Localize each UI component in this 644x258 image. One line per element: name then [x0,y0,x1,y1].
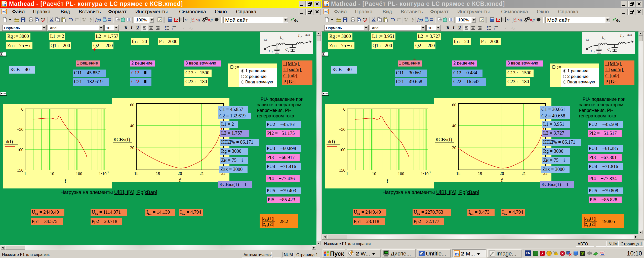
svg-text:α: α [530,18,532,22]
svg-text:f: f [179,177,181,182]
svg-text:вых: вых [305,33,310,37]
svg-text:B: B [447,26,449,30]
svg-text:m: m [3,10,6,14]
svg-text:m: m [325,10,328,14]
svg-text:dx: dx [514,20,517,22]
svg-text:U: U [458,26,461,29]
svg-text:B: B [125,26,127,30]
svg-text:m: m [455,251,459,256]
svg-text:x: x [511,25,513,29]
svg-text:m: m [2,2,6,7]
svg-text:d(f): d(f) [6,139,13,144]
svg-text:d(f): d(f) [328,139,335,144]
svg-text:21: 21 [200,171,204,176]
svg-text:Go: Go [616,19,620,22]
svg-text:1·10: 1·10 [99,171,106,176]
svg-text:C: C [285,48,288,51]
svg-text:∫: ∫ [512,17,514,22]
svg-text:−100: −100 [15,147,23,152]
svg-text:I: I [453,26,455,30]
svg-text:0: 0 [343,107,346,112]
svg-text:1: 1 [604,37,606,40]
svg-text:2: 2 [172,28,173,30]
svg-text:?: ? [481,18,483,22]
svg-text:x: x [189,25,191,29]
svg-text:f: f [501,177,503,182]
svg-text:L: L [298,34,300,38]
svg-text:?: ? [159,18,161,22]
svg-text:10: 10 [372,171,376,176]
svg-text:β: β [532,18,535,22]
svg-text:ABC: ABC [41,17,46,20]
svg-text:dx: dx [192,20,195,22]
svg-text:100: 100 [76,171,82,176]
svg-text:−100: −100 [337,147,345,152]
svg-text:∫: ∫ [190,17,192,22]
svg-text:1: 1 [24,171,26,176]
svg-text:20: 20 [452,145,456,150]
svg-text:f: f [387,178,388,184]
svg-text:10: 10 [50,171,54,176]
svg-text:Go: Go [294,19,298,22]
svg-text:f(x): f(x) [417,18,423,22]
svg-text:1·10: 1·10 [421,171,428,176]
svg-text:0: 0 [21,107,24,112]
svg-text:КСВv(f): КСВv(f) [113,137,130,142]
svg-text:60: 60 [452,103,456,107]
svg-text:20: 20 [130,145,134,150]
svg-text:x=: x= [185,18,188,21]
svg-text:C: C [607,48,610,51]
svg-text:2: 2 [191,28,193,30]
svg-text:вх: вх [264,38,267,41]
svg-text:L: L [620,34,622,38]
svg-text:C: C [591,49,593,53]
svg-text:f: f [65,178,66,184]
svg-text:L: L [280,36,282,39]
svg-text:2: 2 [622,36,624,39]
svg-text:3: 3 [429,170,431,174]
svg-text:x=: x= [507,18,510,21]
svg-text:КСВv(f): КСВv(f) [435,137,452,142]
svg-text:2: 2 [610,49,611,52]
svg-text:вх: вх [586,38,589,41]
svg-text:−50: −50 [17,127,23,132]
svg-text:40: 40 [452,123,456,128]
svg-text:1: 1 [282,37,284,40]
svg-text:≥: ≥ [520,18,522,22]
svg-text:L: L [602,36,604,39]
svg-text:ABC: ABC [363,17,368,20]
svg-text:I: I [131,26,133,30]
svg-text:x²: x² [504,26,507,30]
svg-text:19: 19 [478,171,482,176]
svg-text:18: 18 [456,171,461,176]
svg-text:60: 60 [130,103,134,107]
svg-text:1: 1 [172,26,173,27]
svg-text:вых: вых [627,33,632,37]
svg-text:18: 18 [134,171,139,176]
svg-text:β: β [210,18,213,22]
svg-text:m: m [324,2,328,7]
svg-text:−150: −150 [337,168,345,173]
svg-text:U: U [136,26,139,29]
svg-text:≥: ≥ [198,18,200,22]
svg-text:α: α [208,18,210,22]
svg-text:C: C [269,49,271,53]
svg-text:x²: x² [182,26,185,30]
svg-text:2: 2 [494,28,495,30]
svg-text:1: 1 [494,26,495,27]
svg-text:2: 2 [513,28,515,30]
svg-text:1: 1 [271,51,273,54]
svg-text:1: 1 [593,51,595,54]
svg-text:XnV: XnV [600,252,604,254]
svg-text:100: 100 [398,171,404,176]
svg-text:40: 40 [130,123,134,128]
svg-text:3: 3 [107,170,109,174]
svg-text:−150: −150 [15,168,23,173]
svg-text:<: < [518,18,520,22]
svg-text:f(x): f(x) [95,18,101,22]
svg-text:20: 20 [178,171,182,176]
svg-text:<: < [196,18,198,22]
svg-text:21: 21 [522,171,526,176]
svg-text:1: 1 [346,171,348,176]
svg-text:19: 19 [156,171,160,176]
